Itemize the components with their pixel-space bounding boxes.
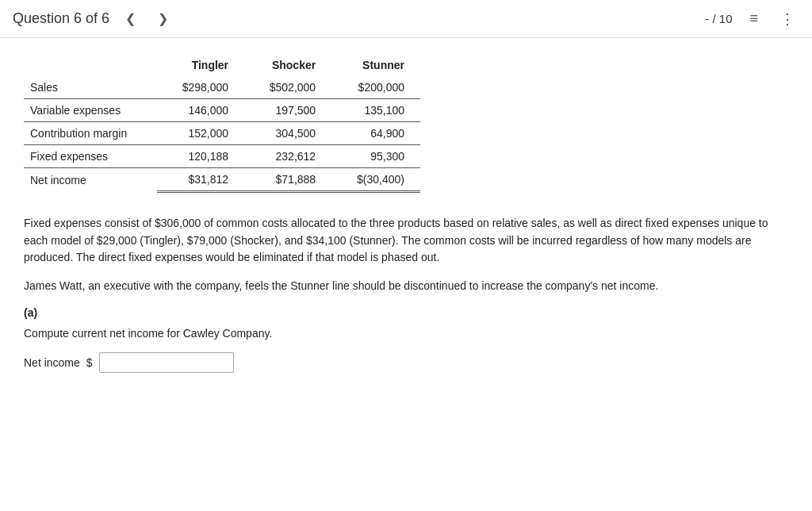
col-header-shocker: Shocker (244, 54, 331, 76)
row-label: Net income (24, 168, 157, 192)
next-button[interactable]: ❯ (151, 8, 174, 29)
row-stunner: 64,900 (331, 122, 420, 145)
paragraph-fixed-expenses: Fixed expenses consist of $306,000 of co… (24, 215, 769, 267)
header-right: - / 10 ≡ ⋮ (705, 7, 799, 31)
list-icon-button[interactable]: ≡ (745, 7, 763, 30)
row-shocker: 197,500 (244, 99, 331, 122)
row-stunner: $(30,400) (331, 168, 420, 192)
table-row: Fixed expenses120,188232,61295,300 (24, 145, 420, 168)
table-row: Net income$31,812$71,888$(30,400) (24, 168, 420, 192)
row-label: Sales (24, 76, 157, 99)
header-left: Question 6 of 6 ❮ ❯ (13, 8, 174, 29)
score-display: - / 10 (705, 12, 732, 25)
net-income-input-row: Net income $ (24, 352, 769, 373)
row-stunner: 135,100 (331, 99, 420, 122)
row-shocker: 232,612 (244, 145, 331, 168)
table-row: Contribution margin152,000304,50064,900 (24, 122, 420, 145)
row-label: Fixed expenses (24, 145, 157, 168)
row-tingler: 152,000 (157, 122, 244, 145)
row-shocker: 304,500 (244, 122, 331, 145)
col-header-stunner: Stunner (331, 54, 420, 76)
row-stunner: 95,300 (331, 145, 420, 168)
main-content: Tingler Shocker Stunner Sales$298,000$50… (0, 38, 793, 397)
row-shocker: $502,000 (244, 76, 331, 99)
row-label: Contribution margin (24, 122, 157, 145)
row-stunner: $200,000 (331, 76, 420, 99)
dollar-sign: $ (86, 356, 93, 369)
row-label: Variable expenses (24, 99, 157, 122)
row-tingler: $298,000 (157, 76, 244, 99)
row-tingler: 120,188 (157, 145, 244, 168)
row-tingler: 146,000 (157, 99, 244, 122)
col-header-tingler: Tingler (157, 54, 244, 76)
question-title: Question 6 of 6 (13, 10, 109, 27)
part-a-label: (a) (24, 306, 769, 319)
row-tingler: $31,812 (157, 168, 244, 192)
more-options-button[interactable]: ⋮ (776, 7, 799, 31)
financial-table: Tingler Shocker Stunner Sales$298,000$50… (24, 54, 420, 193)
row-shocker: $71,888 (244, 168, 331, 192)
compute-label: Compute current net income for Cawley Co… (24, 327, 769, 340)
table-row: Sales$298,000$502,000$200,000 (24, 76, 420, 99)
net-income-label: Net income (24, 356, 80, 369)
page-header: Question 6 of 6 ❮ ❯ - / 10 ≡ ⋮ (0, 0, 812, 38)
table-row: Variable expenses146,000197,500135,100 (24, 99, 420, 122)
col-header-label (24, 54, 157, 76)
prev-button[interactable]: ❮ (119, 8, 142, 29)
net-income-field[interactable] (99, 352, 234, 373)
paragraph-james-watt: James Watt, an executive with the compan… (24, 278, 769, 295)
